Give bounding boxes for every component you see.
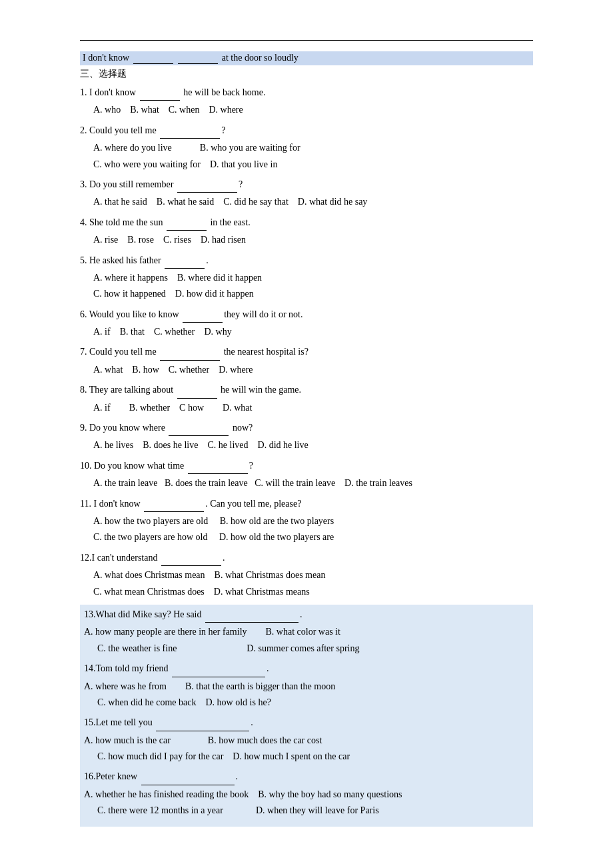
- question-12-options-c: C. what mean Christmas does D. what Chri…: [93, 585, 533, 599]
- blank-q14: [172, 661, 265, 677]
- blank-q5: [165, 253, 205, 269]
- blank-q11: [144, 497, 204, 512]
- blank-q4: [167, 215, 207, 231]
- question-10-text: 10. Do you know what time ?: [80, 459, 533, 474]
- question-8: 8. They are talking about he will win th…: [80, 383, 533, 415]
- question-11: 11. I don't know . Can you tell me, plea…: [80, 497, 533, 545]
- question-3: 3. Do you still remember ? A. that he sa…: [80, 177, 533, 210]
- section-title: 三、选择题: [80, 68, 533, 80]
- question-16-options-a: A. whether he has finished reading the b…: [84, 787, 529, 802]
- blank-2: [178, 53, 218, 64]
- blank-q3: [177, 177, 237, 193]
- question-11-options-a: A. how the two players are old B. how ol…: [93, 514, 533, 529]
- intro-line: I don't know at the door so loudly: [80, 51, 533, 65]
- blank-1: [133, 53, 173, 64]
- question-14-text: 14.Tom told my friend .: [84, 661, 529, 677]
- question-12-options-a: A. what does Christmas mean B. what Chri…: [93, 568, 533, 583]
- question-2-options-a: A. where do you live B. who you are wait…: [93, 141, 533, 155]
- blank-q8: [177, 383, 217, 398]
- question-5-options-a: A. where it happens B. where did it happ…: [93, 271, 533, 285]
- blank-q7: [160, 345, 220, 360]
- question-1-text: 1. I don't know he will be back home.: [80, 85, 533, 101]
- question-12: 12.I can't understand . A. what does Chr…: [80, 551, 533, 599]
- question-16-text: 16.Peter knew .: [84, 769, 529, 785]
- question-5-text: 5. He asked his father .: [80, 253, 533, 269]
- question-13: 13.What did Mike say? He said . A. how m…: [84, 607, 529, 656]
- question-15-options-a: A. how much is the car B. how much does …: [84, 733, 529, 748]
- question-14-options-c: C. when did he come back D. how old is h…: [97, 695, 529, 710]
- question-9-options: A. he lives B. does he live C. he lived …: [93, 438, 533, 453]
- question-15-text: 15.Let me tell you .: [84, 715, 529, 731]
- question-1: 1. I don't know he will be back home. A.…: [80, 85, 533, 118]
- question-10-options: A. the train leave B. does the train lea…: [93, 476, 533, 491]
- question-12-text: 12.I can't understand .: [80, 551, 533, 566]
- question-6-text: 6. Would you like to know they will do i…: [80, 307, 533, 323]
- question-14: 14.Tom told my friend . A. where was he …: [84, 661, 529, 710]
- question-4-text: 4. She told me the sun in the east.: [80, 215, 533, 231]
- question-1-options: A. who B. what C. when D. where: [93, 103, 533, 117]
- blank-q9: [169, 421, 229, 436]
- question-4: 4. She told me the sun in the east. A. r…: [80, 215, 533, 248]
- question-9-text: 9. Do you know where now?: [80, 421, 533, 436]
- question-2-text: 2. Could you tell me ?: [80, 123, 533, 139]
- question-5: 5. He asked his father . A. where it hap…: [80, 253, 533, 302]
- question-2: 2. Could you tell me ? A. where do you l…: [80, 123, 533, 172]
- question-7-options: A. what B. how C. whether D. where: [93, 363, 533, 377]
- question-15: 15.Let me tell you . A. how much is the …: [84, 715, 529, 764]
- blank-q2: [160, 123, 220, 139]
- question-7: 7. Could you tell me the nearest hospita…: [80, 345, 533, 377]
- question-3-options: A. that he said B. what he said C. did h…: [93, 195, 533, 209]
- question-13-text: 13.What did Mike say? He said .: [84, 607, 529, 623]
- question-8-text: 8. They are talking about he will win th…: [80, 383, 533, 398]
- question-5-options-c: C. how it happened D. how did it happen: [93, 287, 533, 301]
- blank-q16: [141, 769, 235, 785]
- blank-q13: [205, 607, 299, 623]
- question-13-options-c: C. the weather is fine D. summer comes a…: [97, 641, 529, 656]
- blank-q6: [183, 307, 223, 323]
- question-4-options: A. rise B. rose C. rises D. had risen: [93, 233, 533, 247]
- top-divider: [80, 40, 533, 41]
- blank-q10: [188, 459, 248, 474]
- question-15-options-c: C. how much did I pay for the car D. how…: [97, 749, 529, 764]
- highlighted-section: 13.What did Mike say? He said . A. how m…: [80, 605, 533, 827]
- question-16: 16.Peter knew . A. whether he has finish…: [84, 769, 529, 818]
- question-10: 10. Do you know what time ? A. the train…: [80, 459, 533, 491]
- question-16-options-c: C. there were 12 months in a year D. whe…: [97, 803, 529, 818]
- question-6-options: A. if B. that C. whether D. why: [93, 325, 533, 339]
- question-13-options-a: A. how many people are there in her fami…: [84, 625, 529, 639]
- question-7-text: 7. Could you tell me the nearest hospita…: [80, 345, 533, 360]
- question-14-options-a: A. where was he from B. that the earth i…: [84, 679, 529, 694]
- question-3-text: 3. Do you still remember ?: [80, 177, 533, 193]
- question-2-options-c: C. who were you waiting for D. that you …: [93, 157, 533, 172]
- question-11-options-c: C. the two players are how old D. how ol…: [93, 530, 533, 545]
- blank-q12: [161, 551, 221, 566]
- question-8-options: A. if B. whether C how D. what: [93, 401, 533, 415]
- blank-q1: [140, 85, 180, 101]
- question-6: 6. Would you like to know they will do i…: [80, 307, 533, 340]
- question-11-text: 11. I don't know . Can you tell me, plea…: [80, 497, 533, 512]
- question-9: 9. Do you know where now? A. he lives B.…: [80, 421, 533, 453]
- blank-q15: [156, 715, 249, 731]
